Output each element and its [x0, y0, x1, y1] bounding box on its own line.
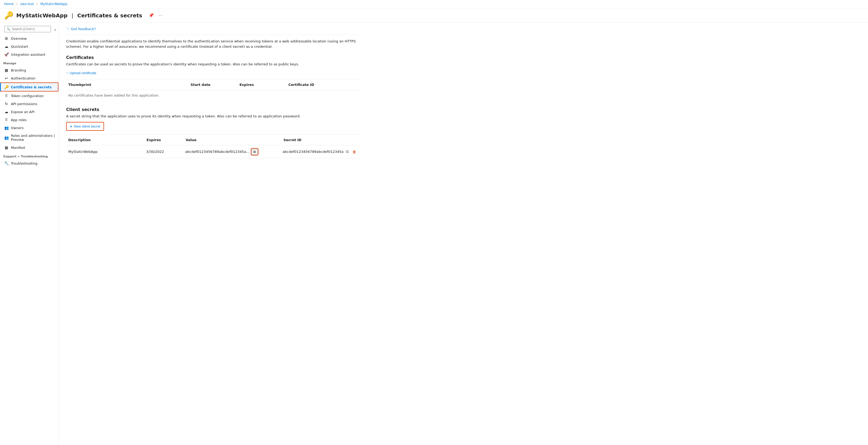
client-secrets-title: Client secrets	[66, 107, 861, 112]
secret-col-expires: Expires	[144, 137, 184, 143]
breadcrumb: Home › swa-test › MyStaticWebApp	[0, 0, 868, 8]
client-secrets-table: Description Expires Value Secret ID MySt…	[66, 135, 360, 158]
client-secrets-section: Client secrets A secret string that the …	[66, 107, 861, 158]
collapse-button[interactable]: «	[53, 27, 57, 32]
feedback-bar[interactable]: ♡ Got feedback?	[66, 27, 861, 31]
page-title: MyStaticWebApp | Certificates & secrets	[16, 12, 142, 19]
sidebar-item-label: Authentication	[11, 76, 35, 80]
secrets-header-row: Description Expires Value Secret ID	[66, 135, 360, 145]
search-icon: 🔍	[7, 28, 10, 31]
sidebar-item-label: Quickstart	[11, 44, 28, 49]
sidebar-item-app-roles[interactable]: ⠿ App roles	[0, 116, 58, 124]
delete-secret-button[interactable]: 🗑	[351, 149, 358, 155]
page-header: 🔑 MyStaticWebApp | Certificates & secret…	[0, 8, 868, 23]
secret-description-cell: MyStaticWebApp	[66, 149, 144, 155]
new-client-secret-button[interactable]: + New client secret	[66, 122, 104, 131]
secret-value-cell: abcdef0123456789abcdef012345a... ⧉	[183, 148, 280, 156]
sidebar: 🔍 « ⊞ Overview ☁ Quickstart 🚀 Integratio…	[0, 23, 59, 445]
client-secrets-description: A secret string that the application use…	[66, 114, 360, 118]
sidebar-item-label: API permissions	[11, 102, 37, 106]
sidebar-item-integration[interactable]: 🚀 Integration assistant	[0, 51, 58, 58]
secret-col-value: Value	[184, 137, 281, 143]
sidebar-item-certificates[interactable]: 🔑 Certificates & secrets	[0, 83, 58, 91]
sidebar-item-troubleshooting[interactable]: 🔧 Troubleshooting	[0, 159, 58, 167]
plus-icon: +	[70, 124, 72, 128]
troubleshooting-icon: 🔧	[4, 161, 9, 166]
more-button[interactable]: ···	[158, 12, 164, 19]
secret-id-cell: abcdef0123456789abcdef012345a ⧉ 🗑	[280, 148, 360, 156]
sidebar-item-label: Overview	[11, 36, 27, 40]
feedback-heart-icon: ♡	[66, 27, 69, 31]
sidebar-item-token[interactable]: ⠿ Token configuration	[0, 92, 58, 100]
sidebar-item-roles-admin[interactable]: 👥 Roles and administrators | Preview	[0, 132, 58, 144]
cert-col-start-date: Start date	[188, 82, 237, 88]
roles-admin-icon: 👥	[4, 136, 9, 140]
token-icon: ⠿	[4, 94, 9, 98]
expose-api-icon: ☁	[4, 110, 9, 114]
app-roles-icon: ⠿	[4, 118, 9, 122]
sidebar-item-label: Token configuration	[11, 94, 43, 98]
page-description: Credentials enable confidential applicat…	[66, 35, 360, 49]
sidebar-item-quickstart[interactable]: ☁ Quickstart	[0, 42, 58, 51]
sidebar-item-label: App roles	[11, 118, 27, 122]
secret-expires-cell: 3/30/2022	[144, 149, 183, 155]
secret-value-text: abcdef0123456789abcdef012345a...	[185, 150, 249, 154]
secret-id-text: abcdef0123456789abcdef012345a	[282, 150, 344, 154]
cert-col-expires: Expires	[238, 82, 286, 88]
sidebar-item-overview[interactable]: ⊞ Overview	[0, 34, 58, 42]
sidebar-item-owners[interactable]: 👥 Owners	[0, 124, 58, 132]
sidebar-item-api-permissions[interactable]: ↻ API permissions	[0, 100, 58, 108]
secret-col-id: Secret ID	[281, 137, 360, 143]
manage-section-label: Manage	[0, 58, 58, 66]
header-actions: 📌 ···	[147, 12, 164, 19]
pin-button[interactable]: 📌	[147, 12, 156, 19]
breadcrumb-home[interactable]: Home	[4, 2, 13, 6]
upload-label: Upload certificate	[70, 71, 96, 75]
sidebar-item-label: Troubleshooting	[11, 161, 37, 166]
sidebar-item-manifest[interactable]: ▦ Manifest	[0, 144, 58, 151]
quickstart-icon: ☁	[4, 44, 9, 49]
breadcrumb-app[interactable]: MyStaticWebApp	[40, 2, 67, 6]
sidebar-search-row: 🔍 «	[0, 25, 58, 34]
certificates-empty-message: No certificates have been added for this…	[66, 90, 360, 100]
sidebar-item-label: Certificates & secrets	[11, 85, 52, 89]
cert-col-id: Certificate ID	[286, 82, 360, 88]
sidebar-item-authentication[interactable]: ↩ Authentication	[0, 74, 58, 82]
api-permissions-icon: ↻	[4, 102, 9, 106]
new-secret-label: New client secret	[74, 124, 100, 128]
cert-col-thumbprint: Thumbprint	[66, 82, 188, 88]
certificates-icon: 🔑	[4, 85, 9, 89]
sidebar-item-label: Branding	[11, 68, 26, 72]
certificates-table: Thumbprint Start date Expires Certificat…	[66, 79, 360, 100]
certificates-header-row: Thumbprint Start date Expires Certificat…	[66, 80, 360, 90]
table-row: MyStaticWebApp 3/30/2022 abcdef012345678…	[66, 145, 360, 158]
certificates-section: Certificates Certificates can be used as…	[66, 55, 861, 100]
authentication-icon: ↩	[4, 76, 9, 80]
sidebar-item-label: Roles and administrators | Preview	[11, 134, 55, 142]
sidebar-item-label: Owners	[11, 126, 24, 130]
secret-col-description: Description	[66, 137, 144, 143]
sidebar-item-expose-api[interactable]: ☁ Expose an API	[0, 108, 58, 116]
main-content: ♡ Got feedback? Credentials enable confi…	[59, 23, 868, 445]
overview-icon: ⊞	[4, 36, 9, 40]
copy-value-button[interactable]: ⧉	[252, 149, 258, 155]
sidebar-item-label: Expose an API	[11, 110, 34, 114]
upload-certificate-button[interactable]: ↑ Upload certificate	[66, 70, 96, 76]
certificates-description: Certificates can be used as secrets to p…	[66, 62, 360, 66]
branding-icon: ▦	[4, 68, 9, 72]
sidebar-item-label: Integration assistant	[11, 53, 45, 57]
feedback-label: Got feedback?	[71, 27, 96, 31]
integration-icon: 🚀	[4, 52, 9, 57]
support-section-label: Support + Troubleshooting	[0, 151, 58, 159]
search-input[interactable]	[12, 27, 49, 31]
sidebar-item-branding[interactable]: ▦ Branding	[0, 66, 58, 74]
certificates-title: Certificates	[66, 55, 861, 60]
sidebar-search[interactable]: 🔍	[4, 26, 51, 32]
breadcrumb-swa-test[interactable]: swa-test	[20, 2, 34, 6]
app-icon: 🔑	[4, 11, 13, 20]
manifest-icon: ▦	[4, 145, 9, 150]
sidebar-item-label: Manifest	[11, 146, 25, 150]
owners-icon: 👥	[4, 126, 9, 130]
copy-secret-id-button[interactable]: ⧉	[345, 149, 350, 155]
upload-icon: ↑	[66, 71, 68, 75]
